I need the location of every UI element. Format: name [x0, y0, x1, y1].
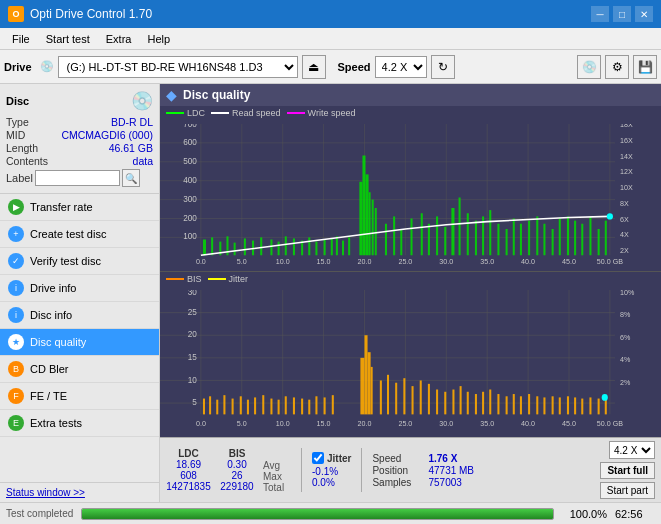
svg-text:5.0: 5.0: [237, 257, 247, 266]
svg-rect-92: [552, 229, 554, 255]
svg-rect-62: [336, 236, 338, 255]
sidebar-item-extra-tests[interactable]: E Extra tests: [0, 410, 159, 437]
svg-rect-176: [489, 390, 491, 415]
svg-rect-154: [308, 400, 310, 415]
jitter-col-header: Jitter: [327, 453, 351, 464]
status-window-button[interactable]: Status window >>: [0, 482, 159, 502]
sidebar-item-create-test-disc[interactable]: + Create test disc: [0, 221, 159, 248]
contents-value: data: [133, 155, 153, 167]
svg-text:5.0: 5.0: [237, 418, 247, 427]
svg-rect-53: [270, 240, 272, 256]
svg-rect-156: [324, 397, 326, 414]
svg-text:20: 20: [188, 329, 197, 339]
fe-te-icon: F: [8, 388, 24, 404]
sidebar-item-disc-info[interactable]: i Disc info: [0, 302, 159, 329]
disc-button[interactable]: 💿: [577, 55, 601, 79]
svg-rect-141: [209, 396, 211, 414]
ldc-max-value: 608: [180, 470, 197, 481]
menu-extra[interactable]: Extra: [98, 31, 140, 47]
chart1-legend: LDC Read speed Write speed: [160, 106, 661, 120]
svg-text:25.0: 25.0: [398, 418, 412, 427]
svg-text:10.0: 10.0: [276, 257, 290, 266]
svg-text:0.0: 0.0: [196, 257, 206, 266]
svg-rect-86: [506, 229, 508, 255]
svg-rect-149: [270, 399, 272, 415]
svg-rect-166: [412, 386, 414, 414]
svg-rect-69: [372, 200, 374, 256]
svg-text:25: 25: [188, 306, 197, 316]
titlebar-controls: ─ □ ✕: [591, 6, 653, 22]
speed-select[interactable]: 4.2 X: [375, 56, 427, 78]
content-header: ◆ Disc quality: [160, 84, 661, 106]
svg-rect-97: [589, 216, 591, 255]
sidebar-item-disc-quality[interactable]: ★ Disc quality: [0, 329, 159, 356]
svg-text:12X: 12X: [620, 167, 633, 176]
svg-rect-175: [482, 392, 484, 415]
menu-start-test[interactable]: Start test: [38, 31, 98, 47]
svg-rect-90: [536, 216, 538, 255]
cd-bler-icon: B: [8, 361, 24, 377]
mid-value: CMCMAGDI6 (000): [61, 129, 153, 141]
svg-text:20.0: 20.0: [358, 418, 372, 427]
speed-value: 1.76 X: [428, 453, 457, 464]
svg-text:40.0: 40.0: [521, 418, 535, 427]
svg-text:14X: 14X: [620, 152, 633, 161]
speed-select2[interactable]: 4.2 X: [609, 441, 655, 459]
sidebar-item-drive-info[interactable]: i Drive info: [0, 275, 159, 302]
svg-rect-162: [380, 380, 382, 414]
svg-rect-93: [559, 219, 561, 256]
svg-rect-73: [400, 229, 402, 255]
label-input[interactable]: [35, 170, 120, 186]
sidebar-item-cd-bler[interactable]: B CD Bler: [0, 356, 159, 383]
svg-rect-189: [589, 397, 591, 414]
svg-text:45.0: 45.0: [562, 418, 576, 427]
svg-rect-169: [436, 390, 438, 415]
svg-text:600: 600: [183, 137, 197, 147]
sidebar-item-verify-test-disc[interactable]: ✓ Verify test disc: [0, 248, 159, 275]
svg-text:15.0: 15.0: [317, 418, 331, 427]
svg-text:50.0 GB: 50.0 GB: [597, 257, 623, 266]
svg-rect-78: [444, 227, 446, 255]
svg-rect-66: [362, 156, 365, 256]
jitter-checkbox[interactable]: [312, 452, 324, 464]
samples-value: 757003: [428, 477, 461, 488]
svg-rect-168: [428, 384, 430, 415]
refresh-button[interactable]: ↻: [431, 55, 455, 79]
menu-help[interactable]: Help: [139, 31, 178, 47]
chart1-container: LDC Read speed Write speed: [160, 106, 661, 272]
svg-text:15.0: 15.0: [317, 257, 331, 266]
titlebar-left: O Opti Drive Control 1.70: [8, 6, 152, 22]
svg-text:6%: 6%: [620, 332, 631, 341]
disc-panel: Disc 💿 Type BD-R DL MID CMCMAGDI6 (000) …: [0, 84, 159, 194]
label-edit-button[interactable]: 🔍: [122, 169, 140, 187]
bis-max-value: 26: [231, 470, 242, 481]
menu-file[interactable]: File: [4, 31, 38, 47]
row-labels: Avg Max Total: [263, 460, 291, 493]
sidebar-item-fe-te[interactable]: F FE / TE: [0, 383, 159, 410]
svg-rect-94: [567, 216, 569, 255]
svg-text:300: 300: [183, 194, 197, 204]
save-button[interactable]: 💾: [633, 55, 657, 79]
content-title: Disc quality: [183, 88, 250, 102]
svg-rect-173: [467, 392, 469, 415]
bis-avg-value: 0.30: [227, 459, 246, 470]
transfer-rate-icon: ▶: [8, 199, 24, 215]
bis-col-header: BIS: [229, 448, 246, 459]
settings-button[interactable]: ⚙: [605, 55, 629, 79]
speed-label: Speed: [372, 453, 424, 464]
eject-button[interactable]: ⏏: [302, 55, 326, 79]
sidebar-item-transfer-rate[interactable]: ▶ Transfer rate: [0, 194, 159, 221]
start-part-button[interactable]: Start part: [600, 482, 655, 499]
svg-rect-55: [285, 236, 287, 255]
close-button[interactable]: ✕: [635, 6, 653, 22]
minimize-button[interactable]: ─: [591, 6, 609, 22]
start-full-button[interactable]: Start full: [600, 462, 655, 479]
svg-text:16X: 16X: [620, 136, 633, 145]
svg-point-192: [602, 394, 608, 401]
svg-rect-151: [285, 396, 287, 414]
disc-image-icon[interactable]: 💿: [131, 90, 153, 112]
jitter-avg-value: -0.1%: [312, 466, 351, 477]
drive-select[interactable]: (G:) HL-DT-ST BD-RE WH16NS48 1.D3: [58, 56, 298, 78]
maximize-button[interactable]: □: [613, 6, 631, 22]
svg-rect-52: [260, 237, 262, 255]
